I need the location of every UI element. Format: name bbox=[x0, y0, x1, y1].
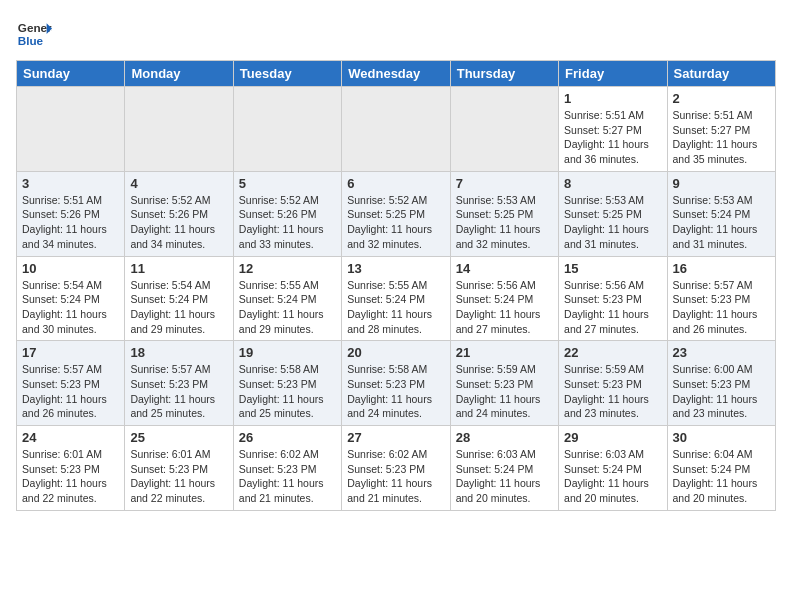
day-info: Sunrise: 5:58 AM Sunset: 5:23 PM Dayligh… bbox=[347, 362, 444, 421]
day-info: Sunrise: 5:51 AM Sunset: 5:27 PM Dayligh… bbox=[564, 108, 661, 167]
day-number: 1 bbox=[564, 91, 661, 106]
calendar-cell bbox=[342, 87, 450, 172]
day-number: 18 bbox=[130, 345, 227, 360]
day-number: 19 bbox=[239, 345, 336, 360]
day-number: 9 bbox=[673, 176, 770, 191]
day-number: 25 bbox=[130, 430, 227, 445]
day-info: Sunrise: 6:01 AM Sunset: 5:23 PM Dayligh… bbox=[130, 447, 227, 506]
day-info: Sunrise: 5:52 AM Sunset: 5:25 PM Dayligh… bbox=[347, 193, 444, 252]
calendar-cell: 18Sunrise: 5:57 AM Sunset: 5:23 PM Dayli… bbox=[125, 341, 233, 426]
calendar-cell: 12Sunrise: 5:55 AM Sunset: 5:24 PM Dayli… bbox=[233, 256, 341, 341]
calendar-cell: 10Sunrise: 5:54 AM Sunset: 5:24 PM Dayli… bbox=[17, 256, 125, 341]
calendar-cell: 7Sunrise: 5:53 AM Sunset: 5:25 PM Daylig… bbox=[450, 171, 558, 256]
calendar-cell bbox=[17, 87, 125, 172]
calendar-cell: 16Sunrise: 5:57 AM Sunset: 5:23 PM Dayli… bbox=[667, 256, 775, 341]
day-info: Sunrise: 5:53 AM Sunset: 5:25 PM Dayligh… bbox=[456, 193, 553, 252]
day-info: Sunrise: 5:52 AM Sunset: 5:26 PM Dayligh… bbox=[130, 193, 227, 252]
calendar-cell: 21Sunrise: 5:59 AM Sunset: 5:23 PM Dayli… bbox=[450, 341, 558, 426]
day-info: Sunrise: 6:00 AM Sunset: 5:23 PM Dayligh… bbox=[673, 362, 770, 421]
logo: General Blue bbox=[16, 16, 52, 52]
day-info: Sunrise: 5:51 AM Sunset: 5:26 PM Dayligh… bbox=[22, 193, 119, 252]
calendar-cell: 24Sunrise: 6:01 AM Sunset: 5:23 PM Dayli… bbox=[17, 426, 125, 511]
day-number: 28 bbox=[456, 430, 553, 445]
weekday-header-row: SundayMondayTuesdayWednesdayThursdayFrid… bbox=[17, 61, 776, 87]
calendar-cell: 4Sunrise: 5:52 AM Sunset: 5:26 PM Daylig… bbox=[125, 171, 233, 256]
calendar-cell: 8Sunrise: 5:53 AM Sunset: 5:25 PM Daylig… bbox=[559, 171, 667, 256]
calendar-cell: 14Sunrise: 5:56 AM Sunset: 5:24 PM Dayli… bbox=[450, 256, 558, 341]
day-number: 2 bbox=[673, 91, 770, 106]
day-info: Sunrise: 6:02 AM Sunset: 5:23 PM Dayligh… bbox=[347, 447, 444, 506]
day-info: Sunrise: 5:57 AM Sunset: 5:23 PM Dayligh… bbox=[22, 362, 119, 421]
calendar-cell: 13Sunrise: 5:55 AM Sunset: 5:24 PM Dayli… bbox=[342, 256, 450, 341]
calendar-cell: 5Sunrise: 5:52 AM Sunset: 5:26 PM Daylig… bbox=[233, 171, 341, 256]
day-number: 3 bbox=[22, 176, 119, 191]
day-number: 10 bbox=[22, 261, 119, 276]
calendar-cell: 28Sunrise: 6:03 AM Sunset: 5:24 PM Dayli… bbox=[450, 426, 558, 511]
calendar-cell: 1Sunrise: 5:51 AM Sunset: 5:27 PM Daylig… bbox=[559, 87, 667, 172]
day-number: 29 bbox=[564, 430, 661, 445]
day-info: Sunrise: 6:01 AM Sunset: 5:23 PM Dayligh… bbox=[22, 447, 119, 506]
day-info: Sunrise: 5:57 AM Sunset: 5:23 PM Dayligh… bbox=[130, 362, 227, 421]
week-row-4: 17Sunrise: 5:57 AM Sunset: 5:23 PM Dayli… bbox=[17, 341, 776, 426]
day-number: 5 bbox=[239, 176, 336, 191]
calendar-cell: 19Sunrise: 5:58 AM Sunset: 5:23 PM Dayli… bbox=[233, 341, 341, 426]
day-info: Sunrise: 6:04 AM Sunset: 5:24 PM Dayligh… bbox=[673, 447, 770, 506]
day-info: Sunrise: 6:02 AM Sunset: 5:23 PM Dayligh… bbox=[239, 447, 336, 506]
day-info: Sunrise: 5:57 AM Sunset: 5:23 PM Dayligh… bbox=[673, 278, 770, 337]
weekday-header-sunday: Sunday bbox=[17, 61, 125, 87]
day-info: Sunrise: 5:59 AM Sunset: 5:23 PM Dayligh… bbox=[456, 362, 553, 421]
page-header: General Blue bbox=[16, 16, 776, 52]
day-number: 7 bbox=[456, 176, 553, 191]
day-info: Sunrise: 5:52 AM Sunset: 5:26 PM Dayligh… bbox=[239, 193, 336, 252]
week-row-5: 24Sunrise: 6:01 AM Sunset: 5:23 PM Dayli… bbox=[17, 426, 776, 511]
weekday-header-friday: Friday bbox=[559, 61, 667, 87]
week-row-1: 1Sunrise: 5:51 AM Sunset: 5:27 PM Daylig… bbox=[17, 87, 776, 172]
week-row-3: 10Sunrise: 5:54 AM Sunset: 5:24 PM Dayli… bbox=[17, 256, 776, 341]
weekday-header-wednesday: Wednesday bbox=[342, 61, 450, 87]
day-number: 27 bbox=[347, 430, 444, 445]
day-number: 24 bbox=[22, 430, 119, 445]
weekday-header-tuesday: Tuesday bbox=[233, 61, 341, 87]
day-number: 6 bbox=[347, 176, 444, 191]
day-number: 8 bbox=[564, 176, 661, 191]
calendar-cell: 22Sunrise: 5:59 AM Sunset: 5:23 PM Dayli… bbox=[559, 341, 667, 426]
day-number: 14 bbox=[456, 261, 553, 276]
day-number: 17 bbox=[22, 345, 119, 360]
day-number: 23 bbox=[673, 345, 770, 360]
calendar-cell bbox=[450, 87, 558, 172]
calendar-cell: 23Sunrise: 6:00 AM Sunset: 5:23 PM Dayli… bbox=[667, 341, 775, 426]
day-info: Sunrise: 5:53 AM Sunset: 5:24 PM Dayligh… bbox=[673, 193, 770, 252]
calendar-cell: 26Sunrise: 6:02 AM Sunset: 5:23 PM Dayli… bbox=[233, 426, 341, 511]
day-number: 12 bbox=[239, 261, 336, 276]
day-number: 21 bbox=[456, 345, 553, 360]
day-info: Sunrise: 5:56 AM Sunset: 5:23 PM Dayligh… bbox=[564, 278, 661, 337]
calendar-cell: 2Sunrise: 5:51 AM Sunset: 5:27 PM Daylig… bbox=[667, 87, 775, 172]
calendar-cell: 27Sunrise: 6:02 AM Sunset: 5:23 PM Dayli… bbox=[342, 426, 450, 511]
day-info: Sunrise: 5:58 AM Sunset: 5:23 PM Dayligh… bbox=[239, 362, 336, 421]
calendar-cell bbox=[125, 87, 233, 172]
day-number: 16 bbox=[673, 261, 770, 276]
calendar-cell: 29Sunrise: 6:03 AM Sunset: 5:24 PM Dayli… bbox=[559, 426, 667, 511]
day-info: Sunrise: 5:51 AM Sunset: 5:27 PM Dayligh… bbox=[673, 108, 770, 167]
calendar-cell bbox=[233, 87, 341, 172]
calendar-cell: 6Sunrise: 5:52 AM Sunset: 5:25 PM Daylig… bbox=[342, 171, 450, 256]
calendar-cell: 20Sunrise: 5:58 AM Sunset: 5:23 PM Dayli… bbox=[342, 341, 450, 426]
calendar-cell: 11Sunrise: 5:54 AM Sunset: 5:24 PM Dayli… bbox=[125, 256, 233, 341]
day-info: Sunrise: 5:54 AM Sunset: 5:24 PM Dayligh… bbox=[22, 278, 119, 337]
calendar-cell: 25Sunrise: 6:01 AM Sunset: 5:23 PM Dayli… bbox=[125, 426, 233, 511]
logo-icon: General Blue bbox=[16, 16, 52, 52]
day-number: 15 bbox=[564, 261, 661, 276]
day-info: Sunrise: 5:55 AM Sunset: 5:24 PM Dayligh… bbox=[239, 278, 336, 337]
day-number: 13 bbox=[347, 261, 444, 276]
day-number: 30 bbox=[673, 430, 770, 445]
day-number: 4 bbox=[130, 176, 227, 191]
calendar-cell: 15Sunrise: 5:56 AM Sunset: 5:23 PM Dayli… bbox=[559, 256, 667, 341]
day-number: 20 bbox=[347, 345, 444, 360]
day-info: Sunrise: 5:56 AM Sunset: 5:24 PM Dayligh… bbox=[456, 278, 553, 337]
day-info: Sunrise: 5:53 AM Sunset: 5:25 PM Dayligh… bbox=[564, 193, 661, 252]
weekday-header-monday: Monday bbox=[125, 61, 233, 87]
svg-text:Blue: Blue bbox=[18, 34, 44, 47]
day-info: Sunrise: 5:55 AM Sunset: 5:24 PM Dayligh… bbox=[347, 278, 444, 337]
day-info: Sunrise: 5:59 AM Sunset: 5:23 PM Dayligh… bbox=[564, 362, 661, 421]
calendar-cell: 17Sunrise: 5:57 AM Sunset: 5:23 PM Dayli… bbox=[17, 341, 125, 426]
